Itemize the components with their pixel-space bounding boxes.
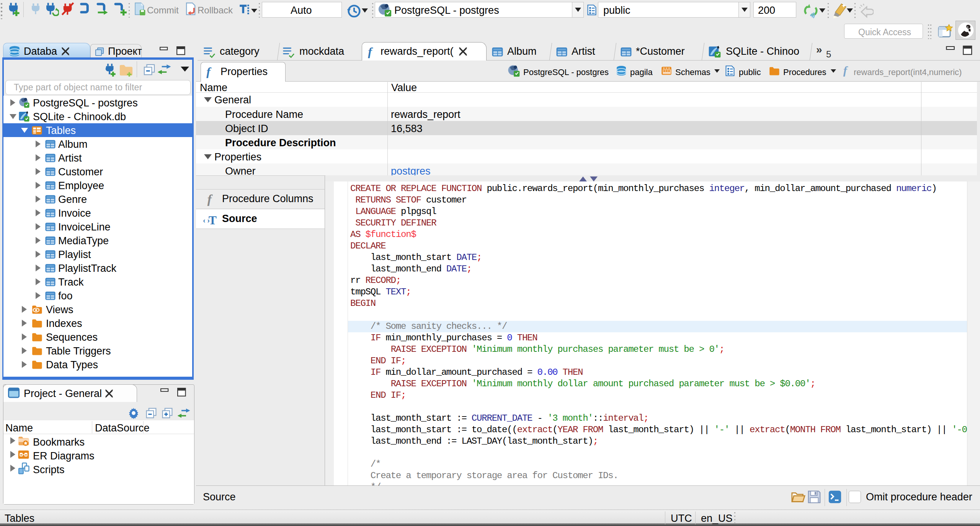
svg-text:T: T: [209, 214, 217, 227]
svg-text:f: f: [207, 192, 213, 206]
